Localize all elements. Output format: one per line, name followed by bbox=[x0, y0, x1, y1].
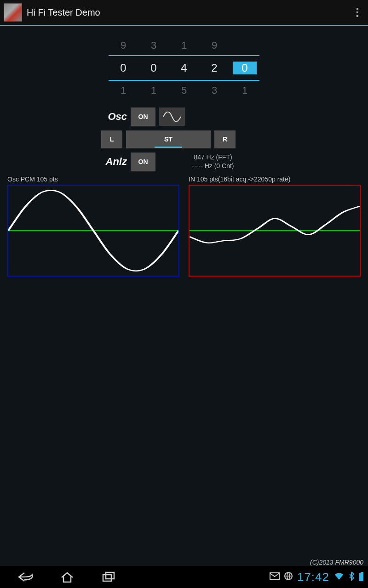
status-clock: 17:42 bbox=[297, 570, 329, 584]
mail-icon[interactable] bbox=[270, 572, 280, 582]
recent-apps-button[interactable] bbox=[99, 570, 118, 584]
copyright-text: (C)2013 FMR9000 bbox=[310, 559, 363, 566]
anlz-row: Anlz ON 847 Hz (FFT) ----- Hz (0 Cnt) bbox=[101, 153, 267, 171]
channel-right-button[interactable]: R bbox=[214, 130, 236, 148]
wifi-icon bbox=[334, 572, 344, 582]
osc-scope-label: Osc PCM 105 pts bbox=[7, 175, 179, 183]
app-icon bbox=[4, 3, 22, 22]
osc-row: Osc ON bbox=[101, 107, 267, 126]
picker-row-value[interactable]: 0 0 4 2 0 bbox=[109, 55, 259, 81]
system-navbar: 17:42 bbox=[0, 566, 368, 588]
sine-wave-icon bbox=[163, 112, 181, 122]
waveform-button[interactable] bbox=[159, 107, 185, 126]
digit-4[interactable]: 0 bbox=[233, 62, 257, 74]
osc-scope-box bbox=[7, 185, 179, 277]
input-scope-box bbox=[189, 185, 361, 277]
digit-0[interactable]: 0 bbox=[111, 62, 135, 74]
cnt-readout: ----- Hz (0 Cnt) bbox=[159, 162, 267, 170]
picker-row-below: 1 1 5 3 1 bbox=[109, 81, 259, 100]
app-title: Hi Fi Tester Demo bbox=[27, 7, 351, 18]
anlz-label: Anlz bbox=[101, 156, 127, 168]
osc-scope: Osc PCM 105 pts bbox=[7, 175, 179, 277]
channel-stereo-button[interactable]: ST bbox=[126, 130, 211, 148]
digit-2[interactable]: 4 bbox=[172, 62, 196, 74]
osc-on-button[interactable]: ON bbox=[131, 107, 155, 126]
input-scope: IN 105 pts(16bit acq.->22050p rate) bbox=[189, 175, 361, 277]
fft-readout: 847 Hz (FFT) bbox=[159, 153, 267, 162]
channel-left-button[interactable]: L bbox=[101, 130, 122, 148]
anlz-on-button[interactable]: ON bbox=[131, 153, 155, 171]
picker-row-above: 9 3 1 9 bbox=[109, 36, 259, 55]
frequency-picker[interactable]: 9 3 1 9 0 0 4 2 0 1 1 5 3 1 bbox=[109, 36, 259, 100]
overflow-menu-icon[interactable] bbox=[351, 8, 364, 17]
action-bar: Hi Fi Tester Demo bbox=[0, 0, 368, 26]
digit-3[interactable]: 2 bbox=[202, 62, 226, 74]
globe-icon[interactable] bbox=[284, 572, 293, 582]
home-button[interactable] bbox=[58, 570, 76, 584]
channel-row: L ST R bbox=[101, 130, 267, 148]
input-scope-label: IN 105 pts(16bit acq.->22050p rate) bbox=[189, 175, 361, 183]
digit-1[interactable]: 0 bbox=[142, 62, 166, 74]
back-button[interactable] bbox=[17, 570, 35, 584]
svg-rect-2 bbox=[103, 575, 111, 581]
bluetooth-icon bbox=[349, 571, 354, 582]
svg-rect-3 bbox=[106, 572, 114, 579]
anlz-readout: 847 Hz (FFT) ----- Hz (0 Cnt) bbox=[159, 153, 267, 170]
osc-label: Osc bbox=[101, 111, 127, 123]
battery-icon bbox=[359, 573, 363, 581]
main-content: 9 3 1 9 0 0 4 2 0 1 1 5 3 1 Osc ON bbox=[0, 26, 368, 277]
